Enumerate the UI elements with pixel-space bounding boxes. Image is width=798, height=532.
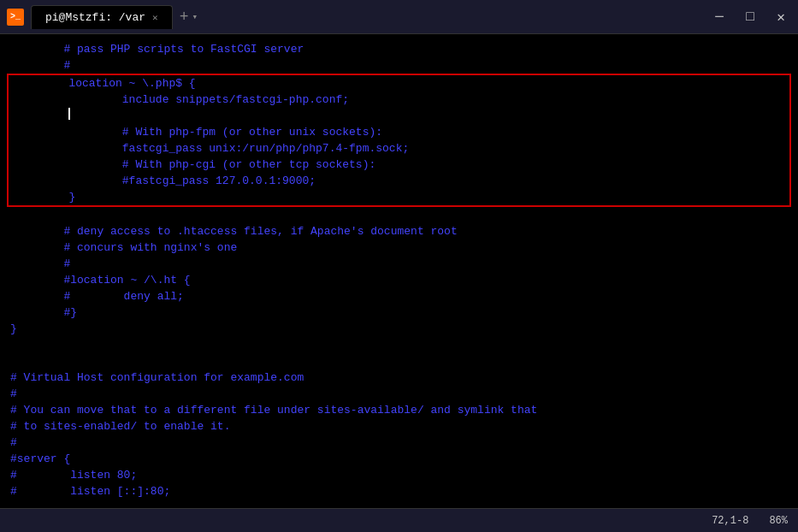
tab-close-button[interactable]: ✕ — [152, 12, 158, 23]
tab-dropdown-button[interactable]: ▾ — [192, 11, 198, 22]
code-text: # listen 80; — [10, 467, 137, 483]
code-text: # to sites-enabled/ to enable it. — [10, 418, 230, 434]
code-text — [10, 337, 17, 353]
statusbar: 72,1-8 86% — [0, 508, 798, 532]
highlighted-block: location ~ \.php$ { include snippets/fas… — [7, 74, 791, 207]
code-line: # With php-cgi (or other tcp sockets): — [9, 157, 789, 173]
code-line: # You can move that to a different file … — [0, 402, 798, 418]
titlebar: >_ pi@Mstzfi: /var ✕ + ▾ ─ □ ✕ — [0, 0, 798, 34]
cursor-position: 72,1-8 — [712, 515, 748, 527]
code-text: # concurs with nginx's one — [10, 239, 237, 256]
code-text: #server { — [10, 451, 70, 467]
code-line: #fastcgi_pass 127.0.0.1:9000; — [9, 173, 789, 189]
statusbar-right: 72,1-8 86% — [712, 515, 788, 527]
code-line: location ~ \.php$ { — [9, 75, 789, 92]
code-text — [15, 108, 68, 124]
app-icon: >_ — [7, 9, 24, 26]
code-text: # — [10, 57, 70, 74]
code-text: # You can move that to a different file … — [10, 402, 537, 418]
code-text: } — [10, 321, 17, 337]
code-line — [0, 337, 798, 353]
code-line: include snippets/fastcgi-php.conf; — [9, 92, 789, 108]
code-text: # Virtual Host configuration for example… — [10, 369, 304, 386]
code-line: # deny access to .htaccess files, if Apa… — [0, 223, 798, 239]
code-line — [0, 207, 798, 223]
scroll-percent: 86% — [769, 515, 788, 527]
code-line: # Virtual Host configuration for example… — [0, 369, 798, 386]
code-text: # — [10, 386, 17, 402]
code-text: # With php-fpm (or other unix sockets): — [15, 124, 382, 140]
text-cursor — [68, 108, 70, 120]
code-line: fastcgi_pass unix:/run/php/php7.4-fpm.so… — [9, 140, 789, 157]
code-line: #server { — [0, 451, 798, 467]
active-tab[interactable]: pi@Mstzfi: /var ✕ — [31, 5, 173, 29]
code-line: # concurs with nginx's one — [0, 239, 798, 256]
code-text: fastcgi_pass unix:/run/php/php7.4-fpm.so… — [15, 140, 409, 157]
code-text: location ~ \.php$ { — [15, 75, 196, 92]
code-line: # deny all; — [0, 288, 798, 304]
code-line: # — [0, 256, 798, 272]
code-line: } — [9, 189, 789, 205]
code-text: # pass PHP scripts to FastCGI server — [10, 41, 304, 57]
code-line: # to sites-enabled/ to enable it. — [0, 418, 798, 434]
code-text: #location ~ /\.ht { — [10, 272, 191, 288]
code-text — [10, 207, 17, 223]
code-line: # listen [::]:80; — [0, 483, 798, 499]
code-line: # — [0, 434, 798, 451]
code-text: include snippets/fastcgi-php.conf; — [15, 92, 349, 108]
code-line: } — [0, 321, 798, 337]
code-text: #fastcgi_pass 127.0.0.1:9000; — [15, 173, 316, 189]
code-text: # — [10, 434, 17, 451]
editor-area: # pass PHP scripts to FastCGI server # l… — [0, 34, 798, 508]
code-line: #location ~ /\.ht { — [0, 272, 798, 288]
window-controls: ─ □ ✕ — [709, 7, 791, 27]
code-line: # With php-fpm (or other unix sockets): — [9, 124, 789, 140]
cursor-line — [9, 108, 789, 124]
code-line: #} — [0, 304, 798, 321]
code-text: # deny all; — [10, 288, 184, 304]
code-text: # deny access to .htaccess files, if Apa… — [10, 223, 458, 239]
code-line: # — [0, 386, 798, 402]
tab-label: pi@Mstzfi: /var — [45, 11, 145, 24]
maximize-button[interactable]: □ — [740, 7, 760, 27]
code-text: # With php-cgi (or other tcp sockets): — [15, 157, 375, 173]
code-text: } — [15, 189, 75, 205]
code-text: # listen [::]:80; — [10, 483, 170, 499]
code-line: # pass PHP scripts to FastCGI server — [0, 41, 798, 57]
code-line: # — [0, 57, 798, 74]
close-button[interactable]: ✕ — [771, 7, 791, 27]
minimize-button[interactable]: ─ — [709, 7, 730, 27]
add-tab-button[interactable]: + — [180, 9, 189, 26]
code-text: #} — [10, 304, 77, 321]
code-line: # listen 80; — [0, 467, 798, 483]
code-text: # — [10, 256, 70, 272]
code-line — [0, 353, 798, 369]
code-text — [10, 353, 17, 369]
